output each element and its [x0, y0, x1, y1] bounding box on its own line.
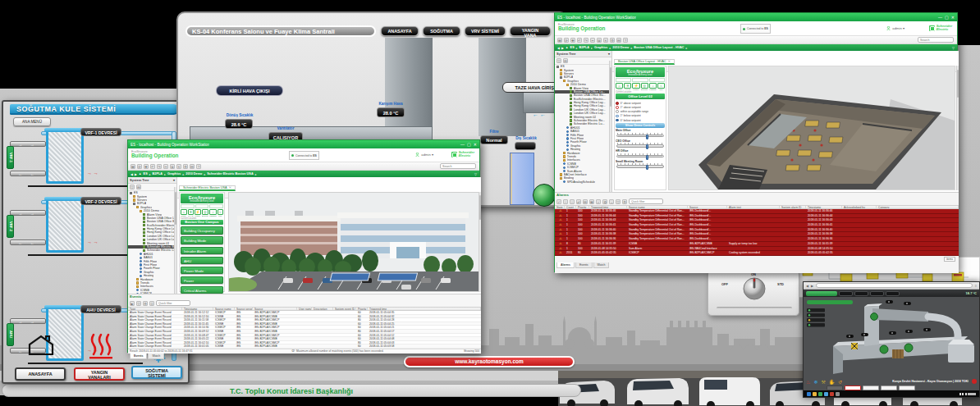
breadcrumb-item[interactable]: 2010 Demo — [612, 46, 629, 50]
campus-menu-button[interactable]: Intruder Alarm — [181, 247, 223, 255]
minimize-button[interactable]: — — [460, 142, 465, 147]
nav-fwd-icon[interactable]: ▶ — [135, 172, 137, 176]
tab-events[interactable]: Events — [575, 262, 593, 268]
search-input[interactable] — [918, 37, 954, 43]
events-column-header[interactable]: Priority — [356, 308, 368, 310]
alarms-column-header[interactable]: Acknowledged by — [842, 206, 877, 208]
tools-icon[interactable]: ⚒ — [821, 379, 825, 385]
nav-back-icon[interactable]: ◀ — [557, 46, 560, 50]
scada-button[interactable] — [854, 291, 868, 296]
loop-icon[interactable]: ↺ — [838, 379, 842, 385]
breadcrumb-item[interactable]: 2010 Demo — [185, 172, 202, 176]
browser-fwd-icon[interactable]: ▶ — [811, 284, 813, 288]
events-column-header[interactable]: Description — [312, 308, 333, 310]
toolbar-icon[interactable]: ↶ — [150, 164, 155, 169]
ks04-menu-vrv[interactable]: VRV SİSTEMİ — [465, 26, 506, 36]
scada-button[interactable] — [870, 291, 884, 296]
toolbar-icon[interactable]: ⟳ — [564, 38, 569, 43]
view-scrollbar[interactable] — [956, 66, 959, 190]
user-menu[interactable]: admin ▾ — [415, 153, 433, 157]
breadcrumb-item[interactable]: Schneider Electric Boston USA — [207, 172, 253, 176]
maximize-button[interactable]: ▢ — [467, 142, 471, 147]
rotary-knob[interactable] — [743, 277, 766, 300]
tab-watch[interactable]: Watch — [593, 262, 610, 268]
campus-menu-button[interactable]: Building Occupancy — [181, 226, 223, 235]
start-button[interactable] — [807, 392, 811, 396]
toolbar-icon[interactable]: ⚙ — [183, 164, 188, 169]
tab-watch[interactable]: Watch — [148, 354, 164, 359]
alarms-quick-filter[interactable] — [629, 198, 663, 204]
events-quick-filter[interactable] — [156, 300, 190, 306]
breadcrumb-item[interactable]: Boston USA Office Layout - HVAC — [634, 46, 684, 50]
campus-menu-button[interactable]: Power Mode — [181, 267, 223, 275]
ks04-menu-yangin[interactable]: YANGIN VANA — [510, 26, 551, 36]
nav-fwd-icon[interactable]: ▶ — [561, 46, 564, 50]
events-column-header[interactable]: Source name — [213, 308, 235, 310]
toolbar-icon[interactable]: ? — [623, 38, 628, 43]
tab-boston-campus[interactable]: Schneider Electric Boston USA✕ — [179, 185, 236, 191]
tab-office-layout[interactable]: Boston USA Office Layout : HVAC✕ — [614, 59, 675, 65]
alarms-column-header[interactable]: System alarm ID — [780, 206, 806, 208]
nav-up-icon[interactable]: ▲ — [566, 46, 569, 49]
pin-icon[interactable]: ▾ — [608, 52, 610, 56]
main-menu-button[interactable]: ANA MENÜ — [13, 117, 51, 126]
toolbar-icon[interactable]: ✚ — [570, 38, 575, 43]
alarms-column-header[interactable]: Timestamp — [806, 206, 842, 208]
events-column-header[interactable]: User name — [297, 308, 312, 310]
tree-filter-icon[interactable]: ▽ — [130, 185, 135, 189]
domain-tile[interactable]: ❄HVAC — [188, 209, 195, 217]
scada-button[interactable] — [839, 291, 853, 296]
domain-tile[interactable]: ❄HVAC — [624, 83, 631, 91]
breadcrumb-item[interactable]: Graphics — [167, 172, 181, 176]
taskbar-app[interactable] — [836, 392, 840, 396]
alarms-column-header[interactable]: Source — [688, 206, 727, 208]
heating-icon[interactable]: ♨ — [806, 379, 810, 385]
toolbar-icon[interactable]: ✕ — [603, 38, 608, 43]
alarms-toolbar-icon[interactable]: ⌕ — [596, 199, 601, 204]
home-page-button[interactable]: ANASAYFA — [15, 367, 66, 381]
toolbar-icon[interactable]: ⚙ — [610, 38, 615, 43]
events-toolbar-icon[interactable]: ⚙ — [143, 301, 148, 306]
toolbar-icon[interactable]: ▤ — [190, 164, 195, 169]
user-menu[interactable]: admin ▾ — [886, 26, 904, 30]
alarms-toolbar-icon[interactable]: ▤ — [583, 199, 588, 204]
breadcrumb-item[interactable]: B2PLA — [153, 172, 163, 176]
floorplan-3d-view[interactable] — [668, 66, 955, 190]
filter-funnel-icon[interactable]: ▽ — [952, 46, 955, 50]
alarms-toolbar-icon[interactable]: ⇄ — [576, 199, 581, 204]
events-toolbar-icon[interactable]: ⏱ — [149, 301, 154, 306]
hand-icon[interactable]: ✋ — [829, 379, 836, 385]
alarms-column-header[interactable]: Priority — [576, 206, 589, 208]
taskbar-app[interactable] — [830, 392, 834, 396]
temperature-slider[interactable] — [616, 155, 664, 157]
alarms-column-header[interactable]: Triggered time — [589, 206, 627, 208]
toolbar-icon[interactable]: ↶ — [577, 38, 582, 43]
scada-button[interactable] — [886, 291, 900, 296]
toolbar-icon[interactable]: ⧉ — [170, 164, 175, 169]
temperature-slider[interactable] — [616, 144, 664, 147]
nav-back-icon[interactable]: ◀ — [131, 172, 133, 176]
alarms-toolbar-icon[interactable]: △ — [563, 199, 568, 204]
events-column-header[interactable]: Source — [253, 308, 297, 310]
tree-scrollbar[interactable] — [609, 61, 611, 192]
tab-close-icon[interactable]: ✕ — [668, 59, 671, 63]
toolbar-icon[interactable]: ↷ — [584, 38, 588, 43]
alarms-toolbar-icon[interactable]: ⚙ — [622, 199, 627, 204]
alarms-toolbar-icon[interactable]: △ — [570, 199, 575, 204]
tab-events[interactable]: Events — [130, 354, 147, 359]
events-column-header[interactable]: System event ID — [333, 308, 356, 310]
events-column-header[interactable]: Timestamp — [182, 308, 213, 310]
campus-menu-button[interactable]: Critical Alarms — [181, 286, 223, 294]
toolbar-icon[interactable]: ✚ — [144, 164, 149, 169]
toolbar-icon[interactable]: ▤ — [616, 38, 621, 43]
domain-tile[interactable]: ☼Lighting — [649, 83, 657, 91]
domain-tile[interactable]: ◎Security — [641, 83, 648, 91]
toolbar-icon[interactable]: ▦ — [131, 164, 135, 169]
alarms-toolbar-icon[interactable]: ✓ — [556, 199, 561, 204]
toolbar-icon[interactable]: ✕ — [176, 164, 181, 169]
search-input[interactable] — [440, 163, 476, 169]
alarms-column-header[interactable]: State — [555, 206, 565, 208]
toolbar-icon[interactable]: ? — [196, 164, 201, 169]
breadcrumb[interactable]: ◀▶▲ ES▸B2PLA▸Graphics▸2010 Demo▸Boston U… — [555, 44, 957, 51]
domain-tile[interactable]: ♨Fire — [657, 83, 665, 91]
